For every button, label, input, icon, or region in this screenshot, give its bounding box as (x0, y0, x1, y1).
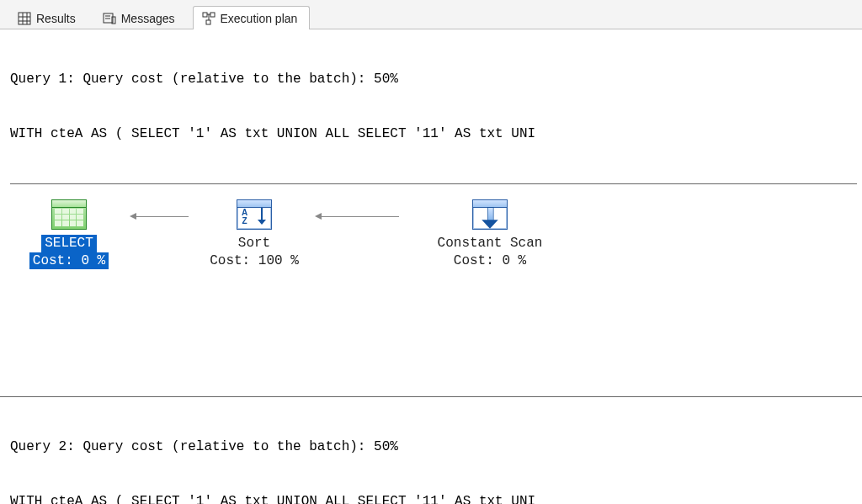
plan-icon (202, 12, 216, 25)
op-sort-label: Sort (238, 235, 270, 252)
query1-title: Query 1: Query cost (relative to the bat… (10, 71, 857, 89)
tab-results-label: Results (36, 12, 76, 25)
op-sort-cost: Cost: 100 % (210, 252, 299, 270)
constant-scan-icon (471, 198, 508, 231)
grid-icon (18, 12, 31, 25)
op-select-q1[interactable]: SELECT Cost: 0 % (10, 198, 128, 270)
query1-sql: WITH cteA AS ( SELECT '1' AS txt UNION A… (10, 125, 857, 144)
op-select-cost: Cost: 0 % (29, 252, 109, 270)
tab-execution-plan[interactable]: Execution plan (193, 6, 311, 29)
query-block-2: Query 2: Query cost (relative to the bat… (0, 397, 862, 504)
query-block-1: Query 1: Query cost (relative to the bat… (0, 29, 862, 397)
result-tabs: Results Messages Execution plan (0, 0, 862, 29)
svg-rect-10 (210, 13, 215, 17)
svg-rect-0 (19, 13, 30, 24)
messages-icon (103, 12, 116, 25)
sort-icon: AZ (236, 198, 273, 231)
query2-title: Query 2: Query cost (relative to the bat… (10, 438, 857, 457)
query1-header: Query 1: Query cost (relative to the bat… (10, 34, 857, 180)
plan-arrow (128, 198, 195, 231)
plan-arrow (313, 198, 406, 231)
op-constant-label: Constant Scan (438, 235, 543, 252)
tab-plan-label: Execution plan (221, 12, 298, 25)
query2-sql: WITH cteA AS ( SELECT '1' AS txt UNION A… (10, 493, 857, 504)
query1-plan-row[interactable]: SELECT Cost: 0 % AZ Sort Cost: 100 % (10, 183, 857, 294)
query2-header: Query 2: Query cost (relative to the bat… (10, 402, 857, 504)
svg-rect-9 (203, 13, 207, 17)
op-sort-q1[interactable]: AZ Sort Cost: 100 % (195, 198, 313, 270)
tab-results[interactable]: Results (8, 6, 88, 29)
op-constant-scan-q1[interactable]: Constant Scan Cost: 0 % (406, 198, 574, 270)
op-select-label: SELECT (41, 235, 97, 252)
tab-messages[interactable]: Messages (93, 6, 188, 29)
execution-plan-pane: Query 1: Query cost (relative to the bat… (0, 29, 862, 504)
op-constant-cost: Cost: 0 % (454, 252, 526, 270)
tab-messages-label: Messages (121, 12, 175, 25)
select-icon (51, 198, 88, 231)
svg-rect-11 (206, 20, 210, 24)
